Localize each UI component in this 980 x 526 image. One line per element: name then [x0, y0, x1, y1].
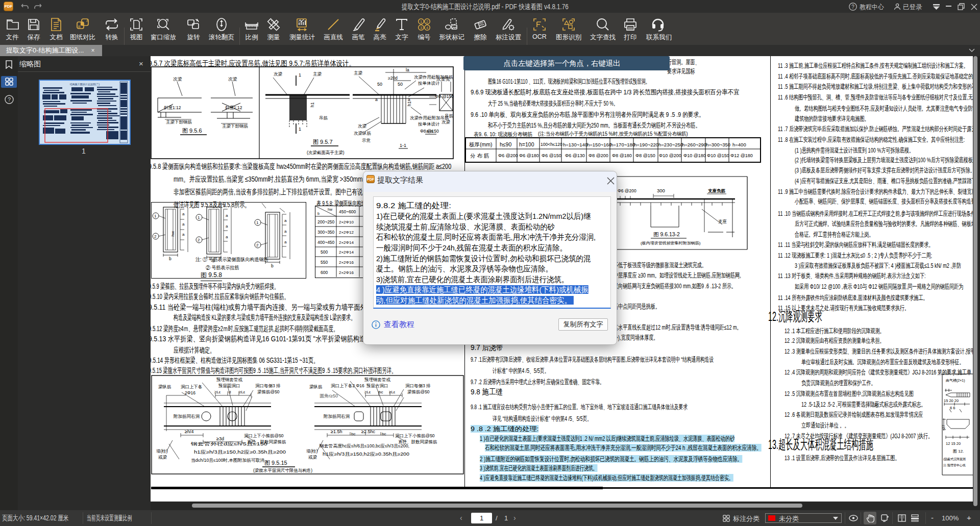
svg-text:h≤90: h≤90: [500, 141, 511, 147]
svg-text:Φ8 @150: Φ8 @150: [635, 153, 655, 158]
svg-text:?: ?: [8, 96, 11, 103]
svg-text:梁箍筋@50: 梁箍筋@50: [407, 389, 430, 394]
svg-text:a: a: [182, 232, 185, 237]
svg-text:注:预埋管中心线: 注:预埋管中心线: [943, 463, 966, 467]
svg-text:图 9.5.15: 图 9.5.15: [264, 460, 287, 466]
svg-text:b: b: [317, 212, 320, 215]
svg-text:2×2Φ16: 2×2Φ16: [339, 270, 354, 275]
svg-text:b: b: [271, 263, 274, 268]
svg-text:2×2Φ14: 2×2Φ14: [339, 250, 354, 255]
svg-text:洞口上下小箍筋@50: 洞口上下小箍筋@50: [395, 433, 435, 438]
svg-text:2×2Φ12: 2×2Φ12: [339, 230, 354, 235]
svg-text:(板内埋设管线较密集时附加钢筋): (板内埋设管线较密集时附加钢筋): [641, 241, 701, 245]
svg-text:≥Lε: ≥Lε: [214, 390, 221, 394]
svg-text:≥1.5h: ≥1.5h: [331, 429, 342, 434]
svg-text:(次梁截面高于主梁): (次梁截面高于主梁): [307, 150, 345, 155]
svg-text:a: a: [408, 97, 410, 102]
svg-text:图 9.5.7: 图 9.5.7: [313, 139, 333, 145]
svg-text:3: 3: [420, 26, 423, 30]
svg-text:次梁: 次梁: [173, 77, 182, 82]
svg-text:Φ10 @180: Φ10 @180: [683, 153, 706, 158]
svg-text:主梁下部钢筋: 主梁下部钢筋: [166, 119, 192, 124]
svg-text:≥Lε: ≥Lε: [239, 390, 246, 394]
svg-text:h=400: h=400: [732, 142, 746, 147]
svg-text:预留方洞口: 预留方洞口: [366, 383, 388, 388]
svg-text:a-a: a-a: [426, 129, 433, 134]
svg-text:≥20d: ≥20d: [388, 76, 398, 81]
svg-text:洞口上下小箍筋@50: 洞口上下小箍筋@50: [244, 433, 284, 438]
svg-text:按单体设计: 按单体设计: [418, 121, 440, 127]
svg-text:次梁: 次梁: [228, 77, 237, 82]
svg-text:1: 1: [154, 214, 157, 218]
svg-text:h=150~160: h=150~160: [587, 142, 611, 147]
svg-text:h=170~180: h=170~180: [610, 142, 635, 147]
svg-text:由气槽(2×1): 由气槽(2×1): [946, 379, 965, 383]
svg-text:400~450: 400~450: [317, 240, 335, 245]
svg-text:h1应≥h/3且≥150,h2应≥0.35h且≥200: h1应≥h/3且≥150,h2应≥0.35h且≥200: [323, 452, 409, 457]
svg-text:1: 1: [420, 19, 423, 24]
svg-text:附加筋同右洞: 附加筋同右洞: [174, 414, 200, 419]
svg-text:斜度1:12: 斜度1:12: [164, 105, 181, 110]
svg-text:吊筋: 吊筋: [319, 115, 328, 120]
svg-text:a: a: [284, 229, 287, 234]
svg-text:板厚(mm): 板厚(mm): [469, 141, 493, 147]
svg-text:图 12.: 图 12.: [953, 449, 964, 454]
svg-text:≥Lε: ≥Lε: [389, 390, 396, 394]
svg-text:Φ10 @150: Φ10 @150: [707, 153, 729, 158]
svg-text:1: 1: [299, 127, 301, 132]
svg-text:次梁纵筋: 次梁纵筋: [354, 131, 372, 136]
svg-text:h=260~290: h=260~290: [682, 142, 706, 147]
svg-text:b: b: [169, 256, 172, 261]
svg-text:2Φ16: 2Φ16: [185, 390, 195, 395]
svg-text:1: 1: [198, 215, 200, 220]
svg-text:50: 50: [377, 82, 382, 87]
svg-text:或梁: 或梁: [158, 455, 167, 460]
svg-text:bc: bc: [351, 432, 355, 436]
svg-text:梁纵筋: 梁纵筋: [309, 384, 323, 389]
svg-text:分 布 筋: 分 布 筋: [470, 153, 489, 159]
svg-text:主梁: 主梁: [313, 71, 322, 77]
svg-text:吊筋: 吊筋: [445, 113, 454, 118]
svg-text:圆角r≥50: 圆角r≥50: [320, 393, 338, 398]
svg-text:a: a: [226, 213, 228, 218]
svg-text:预埋钢套管或: 预埋钢套管或: [216, 377, 243, 382]
svg-text:结构施工图设计总说明(二): 结构施工图设计总说明(二): [70, 83, 100, 86]
svg-text:h=100: h=100: [519, 141, 534, 147]
svg-text:Φ12 @180: Φ12 @180: [730, 153, 753, 158]
svg-text:2×2Φ10: 2×2Φ10: [339, 220, 354, 224]
svg-text:Φ8 @200: Φ8 @200: [589, 153, 608, 158]
svg-text:a: a: [182, 222, 185, 227]
svg-text:h=130~140: h=130~140: [563, 142, 587, 147]
svg-text:≥2.5hc: ≥2.5hc: [361, 429, 375, 434]
svg-text:洞口每侧3 排: 洞口每侧3 排: [255, 383, 281, 388]
svg-text:50: 50: [398, 82, 403, 87]
svg-text:梁箍筋@50: 梁箍筋@50: [257, 389, 280, 394]
svg-text:h=230~250: h=230~250: [658, 142, 683, 147]
svg-text:h1: h1: [310, 102, 315, 107]
svg-text:预埋钢套管或: 预埋钢套管或: [364, 377, 391, 382]
svg-text:(梁腹水平留洞尺寸限值与构造): (梁腹水平留洞尺寸限值与构造): [253, 468, 312, 473]
svg-text:2×2Φ16: 2×2Φ16: [339, 260, 354, 265]
svg-text:Φ6 @200: Φ6 @200: [618, 188, 636, 193]
svg-text:Φ6 @130: Φ6 @130: [565, 153, 585, 158]
svg-text:hw: hw: [328, 208, 333, 211]
svg-text:550: 550: [321, 260, 328, 265]
svg-text:4: 4: [426, 26, 429, 30]
svg-text:2: 2: [426, 19, 429, 24]
svg-text:15 20 20: 15 20 20: [944, 398, 959, 403]
svg-text:300: 300: [657, 188, 665, 193]
svg-text:bc: bc: [382, 432, 386, 436]
svg-text:次梁宽: 次梁宽: [436, 77, 450, 82]
svg-text:Φ8 @180: Φ8 @180: [612, 153, 632, 158]
svg-text:300~350: 300~350: [317, 230, 335, 235]
svg-text:1: 1: [299, 72, 301, 78]
svg-text:预留圆洞口: 预留圆洞口: [218, 383, 240, 388]
svg-text:洞口上下各: 洞口上下各: [181, 384, 203, 389]
svg-text:钢套管高度hc应≤h/6且≤100,bc应≤h/3且≤200: 钢套管高度hc应≤h/6且≤100,bc应≤h/3且≤200,: [319, 443, 409, 448]
svg-text:主梁下部钢筋: 主梁下部钢筋: [222, 123, 249, 129]
svg-text:1-1: 1-1: [400, 143, 406, 148]
svg-text:27: 27: [942, 425, 946, 429]
svg-text:图 9.5.6: 图 9.5.6: [182, 128, 202, 134]
svg-text:Φ6 @150: Φ6 @150: [542, 153, 561, 158]
svg-text:支座: 支座: [718, 219, 727, 224]
